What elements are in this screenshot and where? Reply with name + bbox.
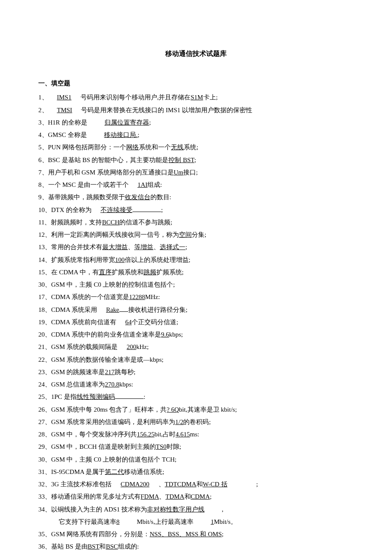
q-text: 27、GSM 系统常采用的信道编码，是利用码率为 [38,418,175,425]
q-text: 30、GSM 中，主频 C0 上映射的控制信道包括个; [38,281,175,288]
document-title: 移动通信技术试题库 [38,47,354,60]
q-text: 8、一个 MSC 是由一个或若干个 [38,181,129,188]
q-text: 29、GSM 中，BCCH 信道是映射到主频的 [38,443,156,450]
blank: TDTCDMA [165,481,196,488]
q-text: 和 [184,493,191,500]
q-text: 36、基站 BS 是由 [38,543,88,550]
q-num: 2、 [38,107,48,113]
blank: 控制 BST [168,157,194,163]
question-10: 10、DTX 的全称为不连续接受; [38,204,354,216]
question-30b: 30、GSM 中，主频 C0 上映射的信道包括个 TCH; [38,453,354,466]
blank: 不连续接受 [101,206,133,213]
question-32: 32、3G 主流技术标准包括CDMA200、TDTCDMA和W-CD 括; [38,478,354,491]
question-18: 18、CDMA 系统采用Rake接收机进行路径分集; [38,304,354,316]
blank: 跳频 [144,269,156,276]
q-text: ; [161,206,163,213]
q-text: kHz; [136,343,149,350]
question-11: 11、射频跳频时，支持BCCH的信道不参与跳频; [38,216,354,229]
blank: 选择式一 [160,244,185,250]
q-text: 、 [128,244,134,250]
blank: 网络 [126,144,139,151]
question-30a: 30、GSM 中，主频 C0 上映射的控制信道包括个; [38,279,354,291]
blank: 200 [127,343,136,350]
blank-line [133,212,161,212]
q-text: 7、用户手机和 GSM 系统网络部分的互通接口是 [38,169,174,176]
question-23: 23、GSM 的跳频速率是217跳每秒; [38,366,354,378]
q-text: 33、移动通信采用的常见多址方式有 [38,493,141,500]
question-27: 27、GSM 系统常采用的信道编码，是利用码率为1/2的卷积码; [38,416,354,428]
q-text: 移动通信系统; [124,468,164,475]
question-33: 33、移动通信采用的常见多址方式有FDMA、TDMA和CDMA; [38,491,354,503]
blank: 12288 [129,293,145,300]
question-22: 22、GSM 系统的数据传输全速率是或—kbps; [38,354,354,366]
question-36: 36、基站 BS 是由BST和BSC组成的: [38,540,354,553]
question-5: 5、PUN 网络包括两部分：一个网络系统和一个无线系统; [38,141,354,154]
blank: 收发信台 [125,194,150,200]
question-1: 1、IMS1号码用来识别每个移动用户,并且存储在S1M卡上; [38,91,354,104]
q-text: 、 [159,481,165,488]
blank: TS0 [156,443,167,450]
blank: 64 [125,319,132,325]
question-24: 24、GSM 总信道速率为270.8kbps: [38,378,354,391]
q-text: 组成的: [118,543,139,550]
blank: TMSI [57,107,72,113]
q-text: 接口; [183,169,198,176]
blank-line [115,398,144,399]
q-text: 32、3G 主流技术标准包括 [38,481,112,488]
blank: 9.6 [161,331,169,338]
q-text: 35、GSM 网络系统有四部分，分别是： [38,531,150,538]
q-text: bit,占时 [155,431,176,438]
q-num: 1、 [38,94,48,101]
q-text: 26、GSM 系统中每 20ms 包含了」旺样本，共 [38,406,167,413]
blank: 4.615 [176,431,190,438]
q-text: ms: [190,431,199,438]
q-text: 12、利用一定距离的两幅天线接收同一信号，称为 [38,231,179,238]
q-text: 分集; [192,231,206,238]
blank: 270.8 [105,381,119,388]
blank: 156.25 [137,431,154,438]
section-heading: 一、填空题 [38,77,354,90]
q-text: 系统和一个 [139,144,171,151]
q-text: ; [138,131,139,138]
q-text: 的数目: [150,194,171,200]
q-text: 倍以上的系统处理增益; [125,256,190,263]
q-text: 28、GSM 中，每个突发脉冲序列共 [38,431,137,438]
question-26: 26、GSM 系统中每 20ms 包含了」旺样本，共? 6Qbit,其速率是卫 … [38,404,354,416]
question-25: 25、1PC 是指线性预测编码: [38,391,354,403]
q-text: 15、在 CDMA 中，有 [38,269,99,276]
q-text: 它支持下行最高速率 [59,518,116,525]
q-text: 23、GSM 的跳频速率是 [38,369,105,375]
q-text: , [222,506,224,513]
q-text: 5、PUN 网络包括两部分：一个 [38,144,126,151]
blank: W-CD 括 [203,481,228,488]
q-text: 11、射频跳频时，支持 [38,219,102,226]
q-text: 系统; [184,144,198,151]
blank: 第二代 [105,468,124,475]
blank: 无线 [171,144,184,151]
q-text: 和 [196,481,203,488]
blank: Um [174,169,184,176]
q-text: 22、GSM 系统的数据传输全速率是或—kbps; [38,356,164,363]
q-text: 卡上; [203,94,218,101]
q-text: 号码用来识别每个移动用户,并且存储在 [81,94,191,101]
question-19: 19、CDMA 系统前向信道有64个正交码分信道; [38,316,354,328]
blank: CDMA200 [121,481,150,488]
q-text: ; [222,531,224,538]
question-34-cont: 它支持下行最高速率8Mbit/s,上行最高速率1Mbit/s。 [38,516,354,528]
q-text: 4、GMSC 全称是 [38,131,87,138]
blank: 最大增益 [102,244,128,250]
q-text: 9、基带跳频中，跳频数受限于 [38,194,125,200]
blank: 非对称性数字用户线 [147,506,205,513]
q-text: 组成: [147,181,162,188]
q-text: 个正交码分信道; [132,319,178,325]
blank: BCCH [102,219,119,226]
blank: ? 6Q [167,406,179,413]
q-text: 17、CDMA 系统的一个信道宽是 [38,293,129,300]
blank: 直序 [99,269,112,276]
blank: 8 [116,518,120,525]
q-text: 号码是用来替换在无线接口的 IMS1 以增加用户数据的保密性 [81,107,252,113]
q-text: 10、DTX 的全称为 [38,206,92,213]
question-13: 13、常用的合并技术有最大增益、等增益、选择式一; [38,241,354,253]
q-text: Mbit/s。 [214,518,237,525]
question-6: 6、BSC 是基站 BS 的智能中心，其主要功能是控制 BST; [38,154,354,166]
